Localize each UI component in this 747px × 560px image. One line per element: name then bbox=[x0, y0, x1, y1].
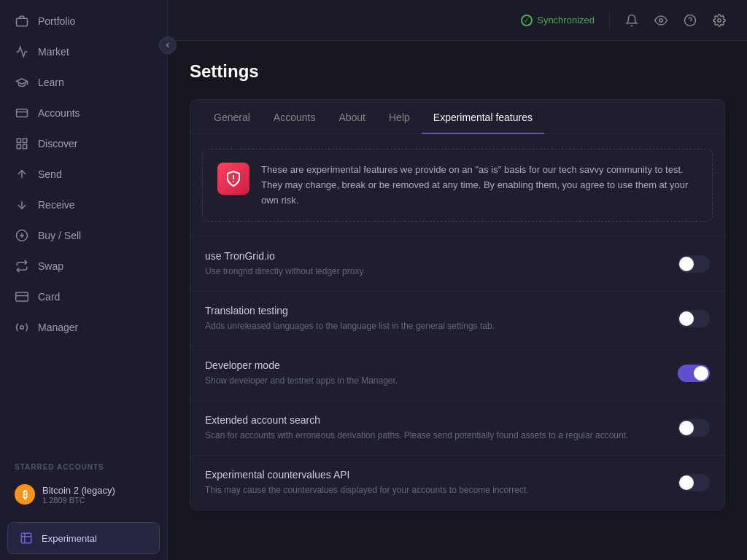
feature-extended: Extended account search Scan for account… bbox=[190, 400, 724, 455]
card-icon bbox=[15, 289, 29, 304]
sidebar-item-label: Buy / Sell bbox=[38, 230, 81, 241]
manager-icon bbox=[15, 320, 29, 335]
header-divider bbox=[609, 12, 610, 29]
experimental-label: Experimental bbox=[42, 533, 97, 544]
feature-countervalues-desc: This may cause the countervalues display… bbox=[205, 483, 529, 497]
account-balance: 1.2809 BTC bbox=[42, 496, 115, 505]
feature-translation-info: Translation testing Adds unreleased lang… bbox=[205, 305, 495, 332]
feature-trongrid: use TronGrid.io Use trongrid directly wi… bbox=[190, 236, 724, 291]
portfolio-icon bbox=[15, 14, 29, 28]
svg-rect-3 bbox=[17, 139, 20, 142]
sync-icon: ✓ bbox=[521, 15, 533, 26]
feature-developer-title: Developer mode bbox=[205, 359, 398, 371]
svg-point-14 bbox=[20, 326, 24, 330]
tab-help[interactable]: Help bbox=[377, 100, 422, 133]
sidebar-item-label: Card bbox=[38, 291, 60, 303]
sidebar-item-label: Market bbox=[38, 46, 69, 58]
sidebar-item-portfolio[interactable]: Portfolio bbox=[0, 6, 167, 36]
svg-rect-12 bbox=[16, 292, 28, 301]
main-content: ✓ Synchronized bbox=[168, 0, 747, 560]
account-name: Bitcoin 2 (legacy) bbox=[42, 485, 115, 496]
feature-developer-desc: Show developer and testnet apps in the M… bbox=[205, 374, 398, 387]
feature-countervalues-info: Experimental countervalues API This may … bbox=[205, 469, 529, 497]
notifications-button[interactable] bbox=[619, 7, 645, 34]
toggle-countervalues[interactable] bbox=[678, 474, 710, 491]
feature-developer-info: Developer mode Show developer and testne… bbox=[205, 359, 398, 387]
page-content: Settings General Accounts About Help Exp… bbox=[168, 41, 747, 560]
sidebar-item-label: Swap bbox=[38, 260, 63, 272]
help-button[interactable] bbox=[677, 7, 703, 34]
feature-countervalues: Experimental countervalues API This may … bbox=[190, 455, 724, 510]
page-title: Settings bbox=[190, 61, 725, 82]
sidebar-item-label: Portfolio bbox=[38, 15, 75, 27]
warning-text: These are experimental features we provi… bbox=[261, 163, 697, 208]
toggle-extended[interactable] bbox=[678, 419, 710, 437]
settings-tabs: General Accounts About Help Experimental… bbox=[190, 100, 724, 134]
feature-translation-desc: Adds unreleased languages to the languag… bbox=[205, 319, 495, 332]
sidebar-collapse-button[interactable] bbox=[159, 36, 177, 54]
account-info: Bitcoin 2 (legacy) 1.2809 BTC bbox=[42, 485, 115, 505]
settings-panel: General Accounts About Help Experimental… bbox=[190, 99, 725, 510]
tab-experimental[interactable]: Experimental features bbox=[422, 100, 544, 133]
tab-general[interactable]: General bbox=[202, 100, 262, 133]
toggle-trongrid[interactable] bbox=[678, 255, 710, 273]
market-icon bbox=[15, 44, 29, 59]
feature-extended-title: Extended account search bbox=[205, 414, 628, 426]
sidebar-item-discover[interactable]: Discover bbox=[0, 128, 167, 159]
sidebar-item-label: Discover bbox=[38, 138, 77, 149]
sidebar-item-buysell[interactable]: Buy / Sell bbox=[0, 220, 167, 251]
toggle-developer[interactable] bbox=[678, 365, 710, 382]
swap-icon bbox=[15, 259, 29, 273]
send-icon bbox=[15, 167, 29, 182]
btc-icon: ₿ bbox=[15, 484, 35, 505]
sidebar-item-swap[interactable]: Swap bbox=[0, 251, 167, 281]
feature-translation-title: Translation testing bbox=[205, 305, 495, 316]
feature-trongrid-info: use TronGrid.io Use trongrid directly wi… bbox=[205, 250, 363, 278]
starred-label: STARRED ACCOUNTS bbox=[15, 463, 152, 471]
sidebar-item-learn[interactable]: Learn bbox=[0, 67, 167, 98]
warning-icon bbox=[217, 163, 249, 195]
svg-point-15 bbox=[659, 18, 663, 22]
feature-trongrid-title: use TronGrid.io bbox=[205, 250, 363, 262]
buysell-icon bbox=[15, 228, 29, 243]
svg-rect-5 bbox=[17, 145, 20, 149]
sidebar-item-label: Learn bbox=[38, 77, 64, 88]
eye-button[interactable] bbox=[648, 7, 674, 34]
header: ✓ Synchronized bbox=[168, 0, 747, 41]
sidebar-item-label: Accounts bbox=[38, 107, 80, 119]
sidebar-nav: Portfolio Market Learn bbox=[0, 0, 167, 454]
starred-section: STARRED ACCOUNTS ₿ Bitcoin 2 (legacy) 1.… bbox=[0, 454, 167, 516]
discover-icon bbox=[15, 136, 29, 151]
sidebar-item-label: Receive bbox=[38, 199, 75, 211]
svg-rect-0 bbox=[17, 18, 28, 26]
learn-icon bbox=[15, 75, 29, 90]
sidebar-item-accounts[interactable]: Accounts bbox=[0, 98, 167, 128]
settings-button[interactable] bbox=[706, 7, 732, 34]
feature-extended-desc: Scan for accounts with erroneous derivat… bbox=[205, 429, 628, 442]
tab-about[interactable]: About bbox=[327, 100, 377, 133]
tab-accounts[interactable]: Accounts bbox=[262, 100, 328, 133]
feature-trongrid-desc: Use trongrid directly without ledger pro… bbox=[205, 265, 363, 278]
svg-rect-6 bbox=[23, 145, 27, 149]
sidebar-item-market[interactable]: Market bbox=[0, 36, 167, 67]
svg-rect-1 bbox=[17, 109, 28, 117]
feature-countervalues-title: Experimental countervalues API bbox=[205, 469, 529, 481]
sidebar-item-send[interactable]: Send bbox=[0, 159, 167, 190]
sidebar-item-manager[interactable]: Manager bbox=[0, 312, 167, 343]
sidebar-item-label: Manager bbox=[38, 322, 78, 333]
feature-translation: Translation testing Adds unreleased lang… bbox=[190, 291, 724, 346]
svg-rect-4 bbox=[23, 139, 27, 142]
sidebar-item-label: Send bbox=[38, 168, 62, 180]
starred-account[interactable]: ₿ Bitcoin 2 (legacy) 1.2809 BTC bbox=[15, 478, 152, 510]
feature-developer: Developer mode Show developer and testne… bbox=[190, 346, 724, 400]
experimental-icon bbox=[18, 530, 34, 546]
sidebar-item-card[interactable]: Card bbox=[0, 281, 167, 312]
toggle-translation[interactable] bbox=[678, 310, 710, 327]
sidebar-item-receive[interactable]: Receive bbox=[0, 190, 167, 220]
receive-icon bbox=[15, 198, 29, 212]
feature-extended-info: Extended account search Scan for account… bbox=[205, 414, 628, 442]
experimental-button[interactable]: Experimental bbox=[7, 522, 160, 554]
accounts-icon bbox=[15, 106, 29, 120]
sync-label: Synchronized bbox=[537, 15, 595, 26]
sidebar: Portfolio Market Learn bbox=[0, 0, 168, 560]
